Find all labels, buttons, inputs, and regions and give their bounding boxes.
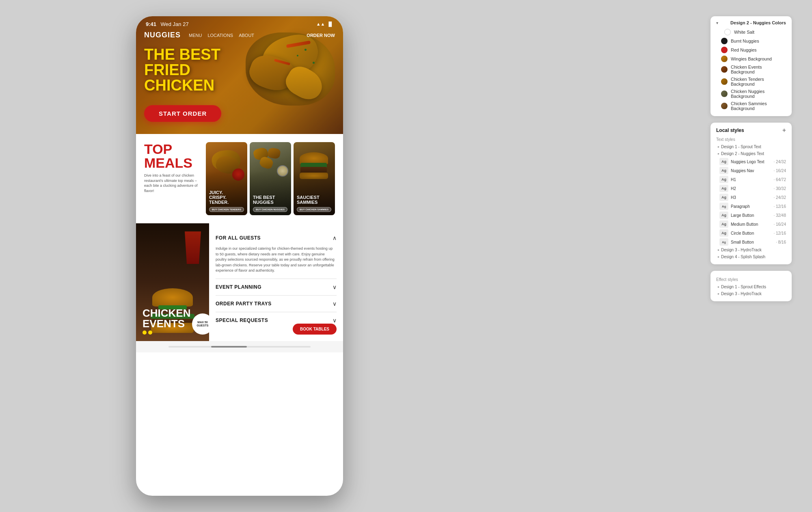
style-group-hydrotrack-label: Design 3 - HydroTrack bbox=[721, 248, 762, 252]
color-item-burnt-nuggies[interactable]: Burnt Nuggies bbox=[716, 37, 786, 45]
accordion-content-for-all-guests: Indulge in our specialized catering for … bbox=[216, 246, 337, 279]
style-large-button[interactable]: Ag Large Button · 32/48 bbox=[716, 211, 786, 220]
max-guests-text-line2: GUESTS bbox=[197, 324, 209, 327]
style-label-h2: H2 bbox=[731, 186, 736, 191]
nav-locations[interactable]: LOCATIONS bbox=[207, 33, 233, 38]
color-item-chicken-sammies-bg[interactable]: Chicken Sammies Background bbox=[716, 100, 786, 112]
chevron-down-icon-sr: ∨ bbox=[333, 317, 337, 324]
buy-chicken-nuggies-button[interactable]: BUY CHICKEN NUGGIES bbox=[253, 207, 287, 212]
buy-chicken-tenders-button[interactable]: BUY CHICKEN TENDERS bbox=[209, 207, 244, 212]
style-medium-button[interactable]: Ag Medium Button · 16/24 bbox=[716, 220, 786, 229]
buy-chicken-sammies-button[interactable]: BUY CHICKEN SAMMIES bbox=[297, 207, 331, 212]
style-h3[interactable]: Ag H3 · 24/32 bbox=[716, 193, 786, 202]
hero-line1: THE BEST bbox=[144, 46, 220, 63]
nav-logo[interactable]: NUGGIES bbox=[144, 31, 181, 39]
meal-card-tenders-title: JUICY.CRISPY.TENDER. bbox=[209, 190, 244, 205]
color-label-burnt-nuggies: Burnt Nuggies bbox=[731, 39, 759, 43]
style-label-nuggies-logo: Nuggies Logo Text bbox=[731, 160, 764, 164]
color-label-chicken-sammies-bg: Chicken Sammies Background bbox=[731, 101, 786, 111]
style-label-paragraph: Paragraph bbox=[731, 204, 750, 209]
color-item-chicken-nuggies-bg[interactable]: Chicken Nuggies Background bbox=[716, 88, 786, 100]
style-size-medium-btn: · 16/24 bbox=[773, 222, 786, 227]
colors-panel-collapse[interactable]: ▾ bbox=[716, 21, 718, 25]
style-label-circle-btn: Circle Button bbox=[731, 231, 754, 235]
color-swatch-burnt-nuggies bbox=[721, 38, 728, 44]
meal-card-nuggies[interactable]: THE BESTNUGGIES BUY CHICKEN NUGGIES bbox=[250, 142, 291, 215]
battery-icon: ▐▌ bbox=[327, 22, 333, 26]
collapse-effects-hydro-icon: ▸ bbox=[718, 292, 719, 296]
style-ag-nuggies-logo: Ag bbox=[719, 158, 728, 165]
style-ag-h1: Ag bbox=[719, 176, 728, 183]
style-label-large-btn: Large Button bbox=[731, 213, 754, 218]
color-item-wingies-bg[interactable]: Wingies Background bbox=[716, 54, 786, 63]
navigation: NUGGIES MENU LOCATIONS ABOUT ORDER NOW bbox=[136, 31, 343, 39]
meal-card-tenders-overlay: JUICY.CRISPY.TENDER. BUY CHICKEN TENDERS bbox=[206, 142, 247, 215]
style-size-h1: · 64/72 bbox=[773, 177, 786, 182]
start-order-button[interactable]: START ORDER bbox=[144, 105, 221, 122]
style-label-medium-btn: Medium Button bbox=[731, 222, 758, 227]
color-label-white-salt: White Salt bbox=[734, 30, 754, 35]
phone-mockup: 9:41 Wed Jan 27 ▲▲ ▐▌ NUGGIES MENU LOCAT… bbox=[136, 16, 343, 496]
accordion-order-party-trays: ORDER PARTY TRAYS ∨ bbox=[216, 296, 337, 312]
scroll-thumb bbox=[211, 346, 247, 348]
style-size-large-btn: · 32/48 bbox=[773, 213, 786, 218]
accordion-event-planning: EVENT PLANNING ∨ bbox=[216, 279, 337, 296]
style-small-button[interactable]: Ag Small Button · 8/16 bbox=[716, 238, 786, 246]
color-label-chicken-events-bg: Chicken Events Background bbox=[731, 65, 786, 74]
top-meals-section: TOP MEALS Dive into a feast of our chick… bbox=[136, 134, 343, 223]
style-paragraph[interactable]: Ag Paragraph · 12/16 bbox=[716, 202, 786, 211]
top-meals-line1: TOP bbox=[144, 141, 172, 157]
hero-food-visual bbox=[229, 28, 335, 122]
accordion-title-special-requests: SPECIAL REQUESTS bbox=[216, 318, 268, 323]
top-meals-left: TOP MEALS Dive into a feast of our chick… bbox=[144, 142, 201, 193]
style-group-splish-splash[interactable]: ▸ Design 4 - Splish Splash bbox=[716, 253, 786, 260]
nav-order-now[interactable]: ORDER NOW bbox=[307, 33, 335, 38]
scroll-area bbox=[136, 341, 343, 352]
meal-card-nuggies-overlay: THE BESTNUGGIES BUY CHICKEN NUGGIES bbox=[250, 142, 291, 215]
local-styles-title: Local styles bbox=[716, 127, 744, 133]
effect-group-sprout[interactable]: ▸ Design 1 - Sprout Effects bbox=[716, 283, 786, 290]
style-group-hydrotrack[interactable]: ▸ Design 3 - HydroTrack bbox=[716, 246, 786, 253]
accordion-header-event-planning[interactable]: EVENT PLANNING ∨ bbox=[216, 279, 337, 295]
status-bar: 9:41 Wed Jan 27 ▲▲ ▐▌ bbox=[136, 16, 343, 29]
style-size-paragraph: · 12/16 bbox=[773, 204, 786, 209]
style-nuggies-nav[interactable]: Ag Nuggies Nav · 16/24 bbox=[716, 166, 786, 175]
accordion-header-for-all-guests[interactable]: FOR ALL GUESTS ∧ bbox=[216, 230, 337, 246]
style-size-nuggies-logo: · 24/32 bbox=[773, 160, 786, 164]
style-ag-h3: Ag bbox=[719, 194, 728, 201]
style-h2[interactable]: Ag H2 · 30/32 bbox=[716, 184, 786, 193]
color-label-wingies-bg: Wingies Background bbox=[731, 56, 772, 61]
accordion-title-order-party-trays: ORDER PARTY TRAYS bbox=[216, 301, 272, 307]
style-circle-button[interactable]: Ag Circle Button · 12/16 bbox=[716, 229, 786, 238]
accordion-title-event-planning: EVENT PLANNING bbox=[216, 284, 261, 290]
nav-about[interactable]: ABOUT bbox=[239, 33, 254, 38]
status-icons: ▲▲ ▐▌ bbox=[316, 22, 333, 26]
meal-card-sammies[interactable]: SAUCIESTSAMMIES BUY CHICKEN SAMMIES bbox=[294, 142, 335, 215]
book-tables-button[interactable]: BOOK TABLES bbox=[293, 324, 337, 335]
color-item-chicken-events-bg[interactable]: Chicken Events Background bbox=[716, 63, 786, 76]
meal-card-tenders[interactable]: JUICY.CRISPY.TENDER. BUY CHICKEN TENDERS bbox=[206, 142, 247, 215]
color-item-red-nuggies[interactable]: Red Nuggies bbox=[716, 45, 786, 54]
add-style-button[interactable]: + bbox=[782, 127, 786, 134]
color-swatch-red-nuggies bbox=[721, 47, 728, 53]
meal-card-sammies-title: SAUCIESTSAMMIES bbox=[297, 195, 332, 205]
color-swatch-chicken-events-bg bbox=[721, 66, 728, 73]
style-nuggies-logo-text[interactable]: Ag Nuggies Logo Text · 24/32 bbox=[716, 157, 786, 166]
color-item-white-salt[interactable]: White Salt bbox=[716, 28, 786, 37]
max-guests-text-line1: MAX 50 bbox=[197, 321, 207, 324]
style-group-sprout[interactable]: ▸ Design 1 - Sprout Text bbox=[716, 143, 786, 150]
color-item-chicken-tenders-bg[interactable]: Chicken Tenders Background bbox=[716, 76, 786, 88]
events-title-line2: EVENTS bbox=[143, 318, 185, 330]
chevron-down-icon-ep: ∨ bbox=[333, 284, 337, 290]
chevron-down-icon-opt: ∨ bbox=[333, 300, 337, 307]
style-group-nuggies[interactable]: ▸ Design 2 - Nuggies Text bbox=[716, 150, 786, 157]
color-swatch-chicken-sammies-bg bbox=[721, 103, 728, 109]
meal-card-sammies-overlay: SAUCIESTSAMMIES BUY CHICKEN SAMMIES bbox=[294, 142, 335, 215]
accordion-header-order-party-trays[interactable]: ORDER PARTY TRAYS ∨ bbox=[216, 296, 337, 312]
nav-menu[interactable]: MENU bbox=[189, 33, 202, 38]
effects-panel: Effect styles ▸ Design 1 - Sprout Effect… bbox=[710, 271, 792, 301]
style-ag-medium-btn: Ag bbox=[719, 220, 728, 228]
style-h1[interactable]: Ag H1 · 64/72 bbox=[716, 175, 786, 184]
effect-group-hydrotrack[interactable]: ▸ Design 3 - HydroTrack bbox=[716, 290, 786, 297]
color-label-chicken-nuggies-bg: Chicken Nuggies Background bbox=[731, 89, 786, 99]
